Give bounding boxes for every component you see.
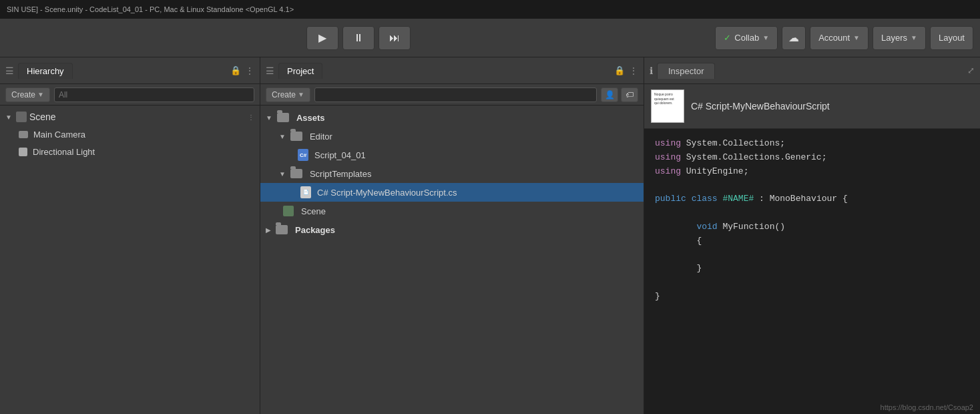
inspector-panel: ℹ Inspector ⤢ Noque porro quisquam est q…: [644, 57, 980, 414]
code-line-6: void MyFunction(): [655, 220, 969, 234]
account-dropdown-arrow: ▼: [853, 34, 860, 41]
account-button[interactable]: Account ▼: [810, 26, 869, 50]
script-preview-icon: Noque porro quisquam est qui dolorem.: [651, 89, 684, 123]
editor-label: Editor: [310, 132, 332, 142]
light-icon: [19, 148, 27, 156]
packages-label: Packages: [295, 225, 335, 235]
project-script0401-item[interactable]: C# Script_04_01: [260, 146, 644, 164]
main-camera-label: Main Camera: [33, 130, 85, 140]
hierarchy-create-arrow: ▼: [37, 91, 44, 98]
bottom-url: https://blog.csdn.net/Csoap2: [881, 403, 973, 411]
project-editor-item[interactable]: ▼ Editor: [260, 127, 644, 146]
project-mynewbehaviour-item[interactable]: 📄 C# Script-MyNewBehaviourScript.cs: [260, 183, 644, 202]
code-line-4: public class #NAME# : MonoBehaviour {: [655, 192, 969, 206]
titlebar: SIN USE] - Scene.unity - CodeList_04_01 …: [0, 0, 980, 19]
toolbar-right: ✓ Collab ▼ ☁ Account ▼ Layers ▼ Layout: [715, 26, 973, 50]
project-header: ☰ Project 🔒 ⋮: [260, 57, 644, 84]
scene-arrow-icon: ▼: [5, 114, 12, 121]
inspector-content-header: Noque porro quisquam est qui dolorem. C#…: [644, 84, 980, 129]
script0401-label: Script_04_01: [314, 150, 366, 160]
scene-file-label: Scene: [301, 206, 326, 216]
project-content: ▼ Assets ▼ Editor C# Script_04_01 ▼ Scri…: [260, 106, 644, 414]
scene-label: Scene: [29, 112, 56, 122]
code-line-1: using System.Collections.Generic;: [655, 151, 969, 165]
camera-icon: [19, 131, 28, 138]
collab-button[interactable]: ✓ Collab ▼: [715, 26, 778, 50]
hierarchy-scene-item[interactable]: ▼ Scene ⋮: [0, 108, 260, 126]
cloud-button[interactable]: ☁: [782, 26, 806, 50]
project-packages-item[interactable]: ▶ Packages: [260, 220, 644, 239]
project-search-input[interactable]: [314, 87, 597, 102]
project-account-icon-button[interactable]: 👤: [601, 87, 618, 102]
project-create-button[interactable]: Create ▼: [266, 87, 310, 102]
main-layout: ☰ Hierarchy 🔒 ⋮ Create ▼ ▼ Scene ⋮: [0, 57, 980, 414]
layers-dropdown-arrow: ▼: [911, 34, 917, 41]
assets-label: Assets: [296, 113, 325, 123]
inspector-tab[interactable]: Inspector: [657, 63, 715, 79]
inspector-title-area: C# Script-MyNewBehaviourScript: [691, 101, 830, 112]
project-panel: ☰ Project 🔒 ⋮ Create ▼ 👤 🏷 ▼ Assets: [260, 57, 644, 414]
hierarchy-create-button[interactable]: Create ▼: [5, 87, 50, 102]
project-tab[interactable]: Project: [278, 63, 322, 79]
inspector-header: ℹ Inspector ⤢: [644, 57, 980, 84]
hierarchy-content: ▼ Scene ⋮ Main Camera Directional Light: [0, 106, 260, 414]
project-assets-item[interactable]: ▼ Assets: [260, 108, 644, 127]
scene-options[interactable]: ⋮: [248, 114, 254, 121]
collab-dropdown-arrow: ▼: [762, 34, 769, 41]
hierarchy-tab[interactable]: Hierarchy: [18, 63, 73, 79]
layout-button[interactable]: Layout: [930, 26, 973, 50]
code-line-10: [655, 276, 969, 290]
project-toolbar: Create ▼ 👤 🏷: [260, 84, 644, 106]
project-create-arrow: ▼: [298, 91, 304, 98]
assets-arrow-icon: ▼: [266, 114, 272, 122]
code-line-11: }: [655, 290, 969, 304]
hierarchy-panel: ☰ Hierarchy 🔒 ⋮ Create ▼ ▼ Scene ⋮: [0, 57, 260, 414]
hierarchy-main-camera-item[interactable]: Main Camera: [13, 126, 260, 143]
hierarchy-directional-light-item[interactable]: Directional Light: [13, 143, 260, 160]
hierarchy-header: ☰ Hierarchy 🔒 ⋮: [0, 57, 260, 84]
inspector-script-title: C# Script-MyNewBehaviourScript: [691, 101, 830, 112]
project-lock-icon[interactable]: 🔒: [614, 65, 625, 76]
hierarchy-search-input[interactable]: [54, 87, 254, 102]
packages-folder-icon: [276, 225, 288, 234]
step-button[interactable]: ⏭: [379, 26, 411, 50]
scene-unity-file-icon: [283, 206, 294, 216]
code-line-8: [655, 248, 969, 262]
editor-arrow-icon: ▼: [279, 133, 286, 140]
inspector-info-icon: ℹ: [650, 65, 653, 76]
assets-folder-icon: [277, 113, 289, 122]
pause-button[interactable]: ⏸: [342, 26, 375, 50]
mynewbehaviour-txt-icon: 📄: [300, 186, 311, 198]
scene-unity-icon: [16, 112, 27, 122]
scripttemplates-label: ScriptTemplates: [310, 169, 371, 179]
project-menu-icon: ☰: [266, 65, 274, 76]
project-tag-icon-button[interactable]: 🏷: [621, 87, 638, 102]
packages-arrow-icon: ▶: [266, 226, 271, 234]
hierarchy-lock-icon[interactable]: 🔒: [230, 65, 241, 76]
directional-light-label: Directional Light: [33, 147, 95, 157]
hierarchy-menu-icon: ☰: [5, 65, 14, 76]
mynewbehaviour-label: C# Script-MyNewBehaviourScript.cs: [317, 188, 457, 198]
playback-controls: ▶ ⏸ ⏭: [7, 26, 710, 50]
hierarchy-options-icon[interactable]: ⋮: [245, 65, 254, 76]
code-line-5: [655, 206, 969, 220]
code-line-3: [655, 178, 969, 192]
hierarchy-toolbar: Create ▼: [0, 84, 260, 106]
code-line-7: {: [655, 234, 969, 248]
code-editor-area: using System.Collections; using System.C…: [644, 129, 980, 414]
project-scene-item[interactable]: Scene: [260, 202, 644, 220]
code-line-2: using UnityEngine;: [655, 165, 969, 179]
collab-icon: ✓: [724, 33, 731, 43]
scripttemplates-arrow-icon: ▼: [279, 170, 286, 178]
toolbar: ▶ ⏸ ⏭ ✓ Collab ▼ ☁ Account ▼ Layers ▼ La…: [0, 19, 980, 57]
inspector-expand-icon[interactable]: ⤢: [967, 65, 975, 75]
project-scripttemplates-item[interactable]: ▼ ScriptTemplates: [260, 164, 644, 183]
layers-button[interactable]: Layers ▼: [873, 26, 926, 50]
script0401-cs-icon: C#: [298, 149, 308, 161]
editor-folder-icon: [290, 132, 302, 141]
cloud-icon: ☁: [788, 31, 799, 44]
scripttemplates-folder-icon: [290, 169, 302, 178]
titlebar-text: SIN USE] - Scene.unity - CodeList_04_01 …: [7, 5, 294, 13]
project-options-icon[interactable]: ⋮: [629, 65, 638, 76]
play-button[interactable]: ▶: [306, 26, 338, 50]
